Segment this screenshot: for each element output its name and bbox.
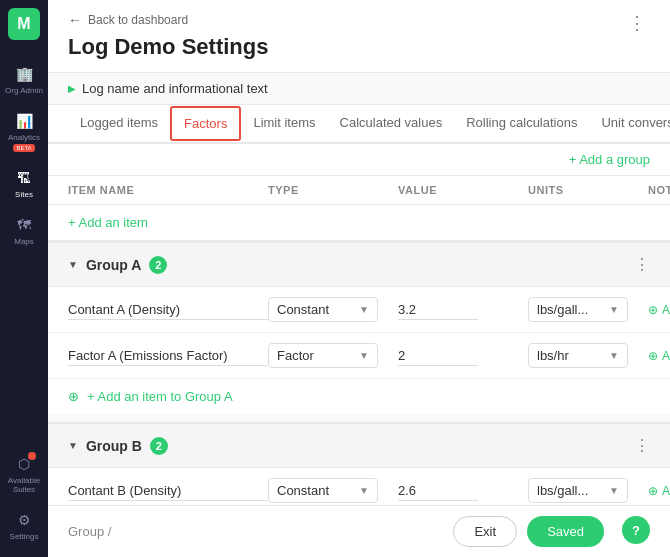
header-menu-button[interactable]: ⋮ <box>624 12 650 34</box>
org-admin-icon: 🏢 <box>14 64 34 84</box>
th-item-name: ITEM NAME <box>68 184 268 196</box>
tabs-bar: Logged items Factors Limit items Calcula… <box>48 105 670 143</box>
type-select-a1[interactable]: Constant ▼ <box>268 297 378 322</box>
units-select-a1[interactable]: lbs/gall... ▼ <box>528 297 628 322</box>
help-button[interactable]: ? <box>622 516 650 544</box>
sidebar-item-analytics[interactable]: 📊 Analytics BETA <box>0 103 48 160</box>
item-name-input-b1[interactable] <box>68 481 268 501</box>
type-cell-b1: Constant ▼ <box>268 478 398 503</box>
saved-button[interactable]: Saved <box>527 516 604 547</box>
type-select-arrow-a2: ▼ <box>359 350 369 361</box>
sidebar-label-settings: Settings <box>10 532 39 541</box>
type-select-arrow-b1: ▼ <box>359 485 369 496</box>
item-name-input-a1[interactable] <box>68 300 268 320</box>
type-select-text-b1: Constant <box>277 483 359 498</box>
units-cell-a1: lbs/gall... ▼ <box>528 297 648 322</box>
type-select-arrow-a1: ▼ <box>359 304 369 315</box>
exit-button[interactable]: Exit <box>453 516 517 547</box>
type-select-text-a1: Constant <box>277 302 359 317</box>
type-select-b1[interactable]: Constant ▼ <box>268 478 378 503</box>
table-header: ITEM NAME TYPE VALUE UNITS NOTES ACTIONS <box>48 176 670 205</box>
bottom-actions: Exit Saved ? <box>453 516 650 547</box>
units-cell-b1: lbs/gall... ▼ <box>528 478 648 503</box>
units-text-b1: lbs/gall... <box>537 483 609 498</box>
available-suites-icon: ⬡ <box>14 454 34 474</box>
sidebar: M 🏢 Org Admin 📊 Analytics BETA 🏗 Sites 🗺… <box>0 0 48 557</box>
plus-icon-a1: ⊕ <box>648 303 658 317</box>
group-b-section: ▼ Group B 2 ⋮ Constant ▼ <box>48 422 670 505</box>
th-value: VALUE <box>398 184 528 196</box>
group-b-title: Group B <box>86 438 142 454</box>
group-a-header-left: ▼ Group A 2 <box>68 256 167 274</box>
collapsible-label: Log name and informational text <box>82 81 268 96</box>
units-select-b1[interactable]: lbs/gall... ▼ <box>528 478 628 503</box>
add-item-button-group-a[interactable]: ⊕ + Add an item to Group A <box>68 389 650 404</box>
item-name-cell-a1 <box>68 300 268 320</box>
tab-unit-conversion[interactable]: Unit conversion <box>589 105 670 142</box>
value-input-a2[interactable] <box>398 346 478 366</box>
table-row: Constant ▼ lbs/gall... ▼ ⊕ Add <box>48 287 670 333</box>
tab-factors[interactable]: Factors <box>170 106 241 141</box>
value-input-a1[interactable] <box>398 300 478 320</box>
add-notes-button-b1[interactable]: ⊕ Add Notes <box>648 484 670 498</box>
app-logo: M <box>8 8 40 40</box>
value-cell-b1 <box>398 481 528 501</box>
plus-icon-b1: ⊕ <box>648 484 658 498</box>
value-input-b1[interactable] <box>398 481 478 501</box>
tab-calculated-values[interactable]: Calculated values <box>328 105 455 142</box>
collapsible-log-name[interactable]: ▶ Log name and informational text <box>48 72 670 105</box>
th-units: UNITS <box>528 184 648 196</box>
sidebar-item-maps[interactable]: 🗺 Maps <box>0 207 48 254</box>
add-item-button-ungrouped[interactable]: + Add an item <box>68 215 650 230</box>
add-notes-label-a1: Add Notes <box>662 303 670 317</box>
sidebar-label-analytics: Analytics <box>8 133 40 142</box>
bottom-bar: Group / Exit Saved ? <box>48 505 670 557</box>
tab-rolling-calculations[interactable]: Rolling calculations <box>454 105 589 142</box>
sidebar-label-org-admin: Org Admin <box>5 86 43 95</box>
sidebar-label-available-suites: Available Suites <box>0 476 48 494</box>
table-row: Constant ▼ lbs/gall... ▼ ⊕ Add <box>48 468 670 505</box>
group-b-menu-button[interactable]: ⋮ <box>634 436 650 455</box>
type-select-a2[interactable]: Factor ▼ <box>268 343 378 368</box>
item-name-input-a2[interactable] <box>68 346 268 366</box>
page-header: ← Back to dashboard ⋮ Log Demo Settings … <box>48 0 670 144</box>
add-item-row-group-a: ⊕ + Add an item to Group A <box>48 379 670 414</box>
group-b-header-left: ▼ Group B 2 <box>68 437 168 455</box>
plus-icon-group-a: ⊕ <box>68 389 79 404</box>
units-text-a2: lbs/hr <box>537 348 609 363</box>
sidebar-item-sites[interactable]: 🏗 Sites <box>0 160 48 207</box>
settings-icon: ⚙ <box>14 510 34 530</box>
units-arrow-a2: ▼ <box>609 350 619 361</box>
group-a-title: Group A <box>86 257 141 273</box>
add-notes-label-b1: Add Notes <box>662 484 670 498</box>
th-type: TYPE <box>268 184 398 196</box>
sidebar-item-settings[interactable]: ⚙ Settings <box>0 502 48 549</box>
add-item-label-group-a: + Add an item to Group A <box>87 389 233 404</box>
group-a-menu-button[interactable]: ⋮ <box>634 255 650 274</box>
sidebar-label-sites: Sites <box>15 190 33 199</box>
type-cell-a1: Constant ▼ <box>268 297 398 322</box>
add-group-button[interactable]: + Add a group <box>569 152 650 167</box>
group-b-collapse-icon[interactable]: ▼ <box>68 440 78 451</box>
group-a-header: ▼ Group A 2 ⋮ <box>48 243 670 287</box>
tab-logged-items[interactable]: Logged items <box>68 105 170 142</box>
notes-cell-b1: ⊕ Add Notes <box>648 484 670 498</box>
collapsible-arrow-icon: ▶ <box>68 83 76 94</box>
units-cell-a2: lbs/hr ▼ <box>528 343 648 368</box>
add-notes-button-a2[interactable]: ⊕ Add Notes <box>648 349 670 363</box>
units-select-a2[interactable]: lbs/hr ▼ <box>528 343 628 368</box>
value-cell-a1 <box>398 300 528 320</box>
plus-icon-a2: ⊕ <box>648 349 658 363</box>
group-a-collapse-icon[interactable]: ▼ <box>68 259 78 270</box>
th-notes: NOTES <box>648 184 670 196</box>
add-notes-button-a1[interactable]: ⊕ Add Notes <box>648 303 670 317</box>
tab-limit-items[interactable]: Limit items <box>241 105 327 142</box>
back-arrow-icon: ← <box>68 12 82 28</box>
group-b-count: 2 <box>150 437 168 455</box>
group-a-count: 2 <box>149 256 167 274</box>
notes-cell-a2: ⊕ Add Notes <box>648 349 670 363</box>
type-select-text-a2: Factor <box>277 348 359 363</box>
sidebar-item-available-suites[interactable]: ⬡ Available Suites <box>0 446 48 502</box>
sidebar-item-org-admin[interactable]: 🏢 Org Admin <box>0 56 48 103</box>
back-to-dashboard-link[interactable]: ← Back to dashboard <box>68 12 188 28</box>
